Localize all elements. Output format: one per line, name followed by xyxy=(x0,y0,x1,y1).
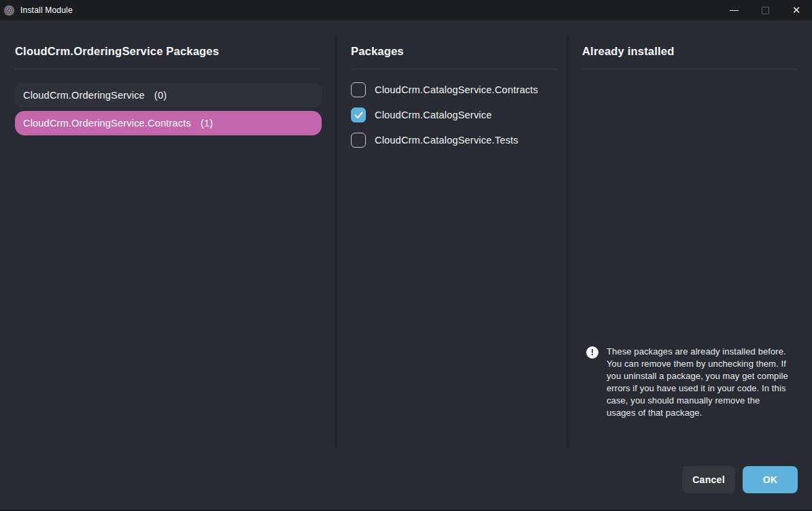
package-row-catalogservice-contracts[interactable]: CloudCrm.CatalogService.Contracts xyxy=(351,82,564,97)
module-item-orderingservice-contracts[interactable]: CloudCrm.OrderingService.Contracts (1) xyxy=(15,111,322,135)
maximize-icon[interactable] xyxy=(749,0,781,20)
app-logo-icon xyxy=(3,5,15,16)
ok-button[interactable]: OK xyxy=(743,466,798,493)
module-item-count: (1) xyxy=(201,118,213,129)
close-icon[interactable]: ✕ xyxy=(781,0,812,20)
modules-header-rule xyxy=(15,69,322,69)
module-item-count: (0) xyxy=(154,90,167,101)
module-item-label: CloudCrm.OrderingService.Contracts xyxy=(23,118,191,129)
install-module-dialog: Install Module ✕ CloudCrm.OrderingServic… xyxy=(0,0,812,511)
checkbox-unchecked-icon[interactable] xyxy=(351,82,366,97)
note-text: These packages are already installed bef… xyxy=(607,346,789,419)
checkbox-unchecked-icon[interactable] xyxy=(351,133,366,148)
packages-header-rule xyxy=(351,69,558,69)
package-row-catalogservice[interactable]: CloudCrm.CatalogService xyxy=(351,108,564,122)
titlebar: Install Module ✕ xyxy=(0,0,812,20)
package-label: CloudCrm.CatalogService.Tests xyxy=(375,135,518,146)
package-row-catalogservice-tests[interactable]: CloudCrm.CatalogService.Tests xyxy=(351,133,564,148)
already-installed-note: ! These packages are already installed b… xyxy=(586,346,790,419)
installed-header-rule xyxy=(582,69,797,69)
column-divider xyxy=(566,35,569,448)
module-item-label: CloudCrm.OrderingService xyxy=(23,90,145,101)
module-list: CloudCrm.OrderingService (0) CloudCrm.Or… xyxy=(15,83,322,139)
window-title: Install Module xyxy=(20,5,73,15)
minimize-icon[interactable] xyxy=(718,0,749,20)
checkbox-checked-icon[interactable] xyxy=(351,108,366,122)
installed-column-header: Already installed xyxy=(582,45,674,58)
modules-column-header: CloudCrm.OrderingService Packages xyxy=(15,45,219,58)
package-list: CloudCrm.CatalogService.Contracts CloudC… xyxy=(351,82,564,158)
package-label: CloudCrm.CatalogService xyxy=(375,110,492,120)
package-label: CloudCrm.CatalogService.Contracts xyxy=(375,84,538,95)
column-divider xyxy=(335,35,337,448)
exclamation-icon: ! xyxy=(586,346,598,359)
module-item-orderingservice[interactable]: CloudCrm.OrderingService (0) xyxy=(15,83,322,108)
packages-column-header: Packages xyxy=(351,45,404,58)
cancel-button[interactable]: Cancel xyxy=(682,466,735,493)
